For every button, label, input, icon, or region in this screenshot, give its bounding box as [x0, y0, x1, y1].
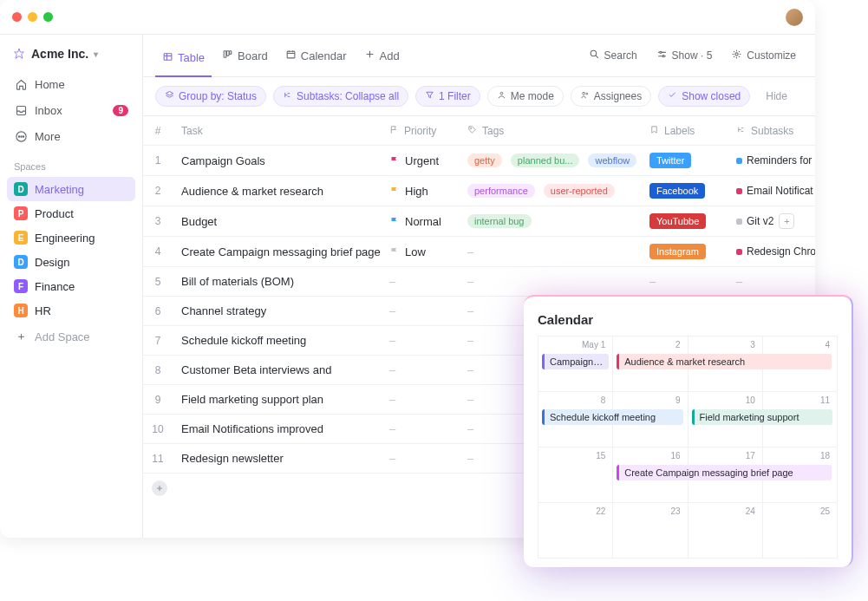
nav-home[interactable]: Home: [7, 71, 135, 97]
priority-cell[interactable]: –: [381, 327, 459, 354]
view-table[interactable]: Table: [155, 43, 212, 77]
assignees-chip[interactable]: Assignees: [571, 86, 651, 107]
calendar-cell[interactable]: 22: [538, 503, 613, 559]
labels-cell[interactable]: Instagram: [641, 237, 728, 266]
add-task-button[interactable]: [152, 480, 167, 496]
view-board[interactable]: Board: [215, 43, 275, 68]
space-design[interactable]: DDesign: [7, 250, 135, 274]
calendar-cell[interactable]: 8Schedule kickoff meeting: [538, 392, 613, 447]
workspace-selector[interactable]: Acme Inc. ▾: [7, 42, 135, 71]
col-subtasks[interactable]: Subtasks: [728, 118, 815, 144]
calendar-cell[interactable]: 10Field marketing support: [689, 392, 763, 447]
tag[interactable]: webflow: [588, 154, 636, 167]
task-name-cell[interactable]: Schedule kickoff meeting: [173, 327, 381, 354]
labels-cell[interactable]: –: [641, 268, 728, 295]
nav-inbox[interactable]: Inbox9: [7, 97, 135, 123]
priority-cell[interactable]: –: [381, 297, 459, 324]
table-row[interactable]: 2Audience & market researchHighperforman…: [143, 176, 815, 206]
priority-cell[interactable]: –: [381, 268, 459, 295]
calendar-event[interactable]: Field marketing support: [692, 409, 833, 425]
calendar-cell[interactable]: 16Create Campaign messaging brief page: [613, 447, 688, 503]
table-row[interactable]: 4Create Campaign messaging brief pageLow…: [143, 237, 815, 267]
task-name-cell[interactable]: Field marketing support plan: [173, 386, 381, 413]
col-tags[interactable]: Tags: [459, 118, 641, 144]
add-subtask-button[interactable]: +: [779, 213, 794, 229]
priority-cell[interactable]: –: [381, 386, 459, 413]
priority-cell[interactable]: Urgent: [381, 147, 459, 174]
me-mode-chip[interactable]: Me mode: [487, 86, 564, 107]
search-button[interactable]: Search: [582, 44, 644, 67]
calendar-cell[interactable]: May 1Campaign Goals: [538, 336, 613, 392]
subtask-link[interactable]: Redesign Chro: [736, 245, 815, 258]
label[interactable]: Twitter: [649, 153, 691, 168]
calendar-event[interactable]: Schedule kickoff meeting: [542, 409, 683, 425]
show-closed-chip[interactable]: Show closed: [658, 86, 750, 107]
col-priority[interactable]: Priority: [381, 118, 459, 144]
subtask-link[interactable]: Git v2: [736, 215, 773, 227]
close-window-icon[interactable]: [12, 12, 22, 22]
task-name-cell[interactable]: Budget: [173, 208, 381, 235]
priority-cell[interactable]: High: [381, 178, 459, 205]
priority-cell[interactable]: Normal: [381, 208, 459, 235]
calendar-cell[interactable]: 2Audience & market research: [613, 336, 688, 392]
minimize-window-icon[interactable]: [28, 12, 37, 22]
table-row[interactable]: 3BudgetNormalinternal bugYouTubbeGit v2+: [143, 206, 815, 237]
task-name-cell[interactable]: Create Campaign messaging brief page: [173, 238, 381, 265]
label[interactable]: YouTubbe: [649, 213, 706, 229]
task-name-cell[interactable]: Audience & market research: [173, 178, 381, 205]
label[interactable]: Facebook: [649, 183, 705, 199]
space-engineering[interactable]: EEngineering: [7, 225, 135, 250]
label[interactable]: Instagram: [649, 244, 706, 259]
tags-cell[interactable]: internal bug: [459, 207, 641, 235]
hide-button[interactable]: Hide: [757, 87, 796, 106]
add-space-button[interactable]: ＋ Add Space: [7, 323, 135, 350]
task-name-cell[interactable]: Bill of materials (BOM): [173, 268, 381, 295]
subtasks-chip[interactable]: Subtasks: Collapse all: [273, 86, 408, 107]
table-row[interactable]: 5Bill of materials (BOM)––––: [143, 267, 815, 297]
tag[interactable]: internal bug: [467, 214, 532, 228]
labels-cell[interactable]: Facebook: [641, 176, 728, 206]
col-number[interactable]: #: [143, 118, 173, 144]
calendar-cell[interactable]: 24: [689, 503, 763, 559]
subtasks-cell[interactable]: –: [728, 268, 815, 295]
task-name-cell[interactable]: Email Notifications improved: [173, 415, 381, 442]
col-labels[interactable]: Labels: [641, 118, 728, 144]
labels-cell[interactable]: Twitter: [641, 146, 728, 175]
calendar-event[interactable]: Create Campaign messaging brief page: [617, 465, 832, 480]
calendar-cell[interactable]: 23: [613, 503, 688, 559]
tags-cell[interactable]: –: [459, 268, 641, 295]
space-product[interactable]: PProduct: [7, 201, 135, 225]
task-name-cell[interactable]: Channel strategy: [173, 297, 381, 324]
tag[interactable]: planned bu...: [511, 154, 580, 167]
priority-cell[interactable]: –: [381, 415, 459, 442]
space-marketing[interactable]: DMarketing: [7, 177, 135, 201]
user-avatar[interactable]: [786, 9, 803, 26]
subtasks-cell[interactable]: Redesign Chro: [728, 238, 815, 265]
calendar-event[interactable]: Audience & market research: [617, 354, 832, 369]
space-finance[interactable]: FFinance: [7, 274, 135, 298]
tags-cell[interactable]: –: [459, 238, 641, 265]
show-button[interactable]: Show · 5: [649, 44, 720, 67]
tag[interactable]: performance: [467, 184, 535, 198]
task-name-cell[interactable]: Customer Beta interviews and: [173, 356, 381, 383]
space-hr[interactable]: HHR: [7, 298, 135, 323]
calendar-cell[interactable]: 15: [538, 447, 613, 503]
calendar-event[interactable]: Campaign Goals: [542, 354, 609, 369]
subtask-link[interactable]: Email Notificat: [736, 185, 813, 197]
tags-cell[interactable]: gettyplanned bu...webflow: [459, 147, 641, 174]
subtasks-cell[interactable]: Git v2+: [728, 206, 815, 236]
customize-button[interactable]: Customize: [724, 44, 803, 67]
filter-chip[interactable]: 1 Filter: [415, 86, 480, 107]
table-row[interactable]: 1Campaign GoalsUrgentgettyplanned bu...w…: [143, 146, 815, 176]
subtasks-cell[interactable]: Reminders for: [728, 147, 815, 173]
labels-cell[interactable]: YouTubbe: [641, 206, 728, 236]
subtask-link[interactable]: Reminders for: [736, 154, 812, 167]
subtasks-cell[interactable]: Email Notificat: [728, 178, 815, 204]
view-add[interactable]: Add: [357, 43, 407, 68]
priority-cell[interactable]: Low: [381, 238, 459, 265]
priority-cell[interactable]: –: [381, 445, 459, 472]
maximize-window-icon[interactable]: [43, 12, 53, 22]
col-task[interactable]: Task: [173, 118, 381, 144]
priority-cell[interactable]: –: [381, 356, 459, 383]
tag[interactable]: getty: [467, 154, 502, 167]
